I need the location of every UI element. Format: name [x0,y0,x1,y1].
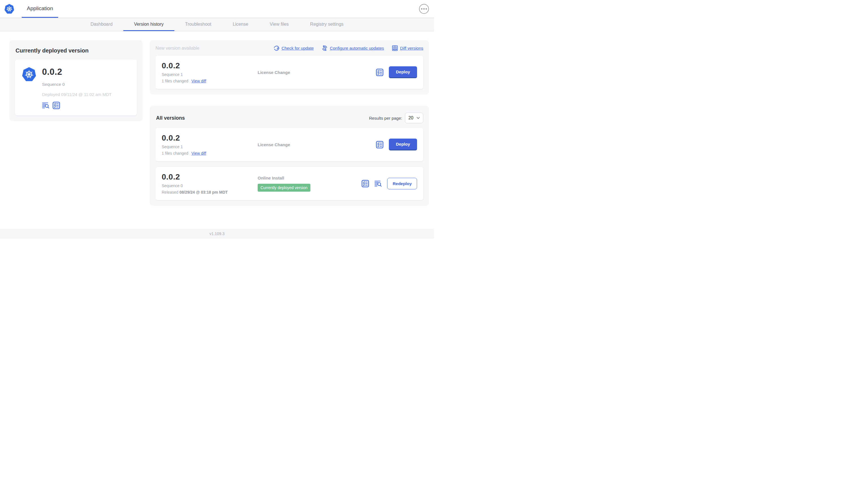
currently-deployed-badge: Currently deployed version [258,184,310,192]
tab-license[interactable]: License [222,18,259,31]
diff-versions-link[interactable]: Diff versions [392,45,423,51]
deploy-logs-icon[interactable] [42,102,50,109]
deployed-version-card: 0.0.2 Sequence 0 Deployed 09/11/24 @ 11:… [15,60,137,115]
preflight-checklist-icon[interactable] [362,180,369,187]
results-per-page-label: Results per page: [369,116,402,121]
all-versions-panel: All versions Results per page: 20 0.0.2 … [150,106,429,206]
topbar-spacer [58,0,419,18]
check-for-update-link[interactable]: Check for update [273,45,314,51]
configure-automatic-updates-label: Configure automatic updates [330,46,384,51]
diff-versions-label: Diff versions [400,46,423,51]
preflight-checklist-icon[interactable] [53,101,60,109]
deployed-timestamp: Deployed 09/11/24 @ 11:02 am MDT [42,92,112,97]
tab-application[interactable]: Application [22,0,58,18]
version-number: 0.0.2 [162,133,258,143]
app-tab-label: Application [27,5,53,11]
deploy-button[interactable]: Deploy [389,66,417,78]
version-sequence: Sequence 1 [162,72,258,77]
files-changed-label: 1 files changed [162,151,188,155]
tab-dashboard[interactable]: Dashboard [80,18,123,31]
console-version: v1.109.3 [209,232,225,236]
version-source: License Change [258,70,373,75]
currently-deployed-title: Currently deployed version [16,48,137,54]
tab-version-history[interactable]: Version history [123,18,175,31]
overflow-menu-button[interactable] [419,4,429,14]
footer: v1.109.3 [0,229,434,239]
diff-icon [392,45,398,51]
view-diff-link[interactable]: View diff [191,79,206,83]
deploy-button[interactable]: Deploy [389,139,417,150]
version-number: 0.0.2 [162,173,258,181]
results-per-page-value: 20 [408,115,413,121]
results-per-page-select[interactable]: 20 [405,113,423,123]
chevron-down-icon [416,117,420,119]
currently-deployed-panel: Currently deployed version 0.0.2 Sequenc… [9,40,143,121]
app-kubernetes-icon [22,66,36,83]
version-number: 0.0.2 [162,61,258,70]
ellipsis-icon [421,8,427,9]
tab-view-files[interactable]: View files [259,18,300,31]
new-version-row: 0.0.2 Sequence 1 1 files changed View di… [155,56,423,89]
preflight-checklist-icon[interactable] [376,141,383,148]
deploy-logs-icon[interactable] [374,180,382,187]
preflight-checklist-icon[interactable] [376,68,383,76]
new-version-panel: New version available Check for update C… [150,40,429,94]
refresh-icon [273,45,279,51]
deployed-version-number: 0.0.2 [42,67,112,77]
released-timestamp: 08/29/24 @ 03:18 pm MDT [180,190,228,195]
app-subnav: Dashboard Version history Troubleshoot L… [0,18,434,31]
version-source: License Change [258,142,373,147]
top-bar: Application [0,0,434,18]
kubernetes-logo-icon [4,3,14,15]
main-content: Currently deployed version 0.0.2 Sequenc… [0,31,434,229]
view-diff-link[interactable]: View diff [191,151,206,155]
tab-troubleshoot[interactable]: Troubleshoot [175,18,222,31]
all-versions-title: All versions [156,115,185,121]
version-source: Online Install [258,176,359,180]
tab-registry-settings[interactable]: Registry settings [300,18,354,31]
configure-automatic-updates-link[interactable]: Configure automatic updates [322,45,384,51]
check-for-update-label: Check for update [282,46,314,51]
redeploy-button[interactable]: Redeploy [387,178,417,189]
released-label: Released [162,190,178,195]
schedule-update-icon [322,45,328,51]
version-row: 0.0.2 Sequence 0 Released 08/29/24 @ 03:… [155,167,423,200]
files-changed-label: 1 files changed [162,79,188,83]
new-version-title: New version available [155,46,199,51]
version-sequence: Sequence 1 [162,145,258,149]
deployed-sequence: Sequence 0 [42,82,112,87]
version-sequence: Sequence 0 [162,183,258,188]
version-row: 0.0.2 Sequence 1 1 files changed View di… [155,128,423,161]
